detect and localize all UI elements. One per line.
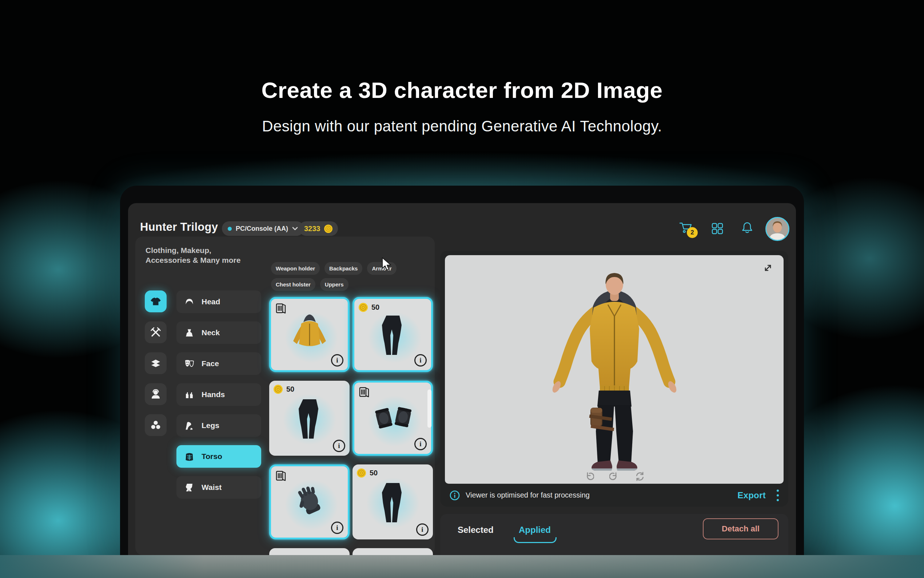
- info-icon[interactable]: i: [333, 440, 345, 452]
- tool-weapons[interactable]: [145, 321, 167, 343]
- viewer-status-bar: Viewer is optimised for fast processing …: [440, 484, 788, 507]
- item-card-pants[interactable]: 50 i: [353, 297, 433, 372]
- info-icon[interactable]: i: [331, 354, 343, 367]
- coin-icon: [273, 384, 283, 394]
- pants-thumbnail: [371, 309, 415, 360]
- info-icon[interactable]: i: [416, 523, 429, 536]
- hero-subtitle: Design with our patent pending Generativ…: [0, 118, 924, 135]
- filter-chips: Weapon holder Backpacks Armour Chest hol…: [271, 262, 435, 291]
- app-window: Hunter Trilogy PC/Console (AA) 3233: [128, 203, 796, 555]
- apps-button[interactable]: [709, 221, 725, 237]
- expand-icon: [762, 262, 774, 274]
- item-card-partial[interactable]: [353, 548, 433, 555]
- bust-icon: [184, 328, 194, 338]
- tab-selected[interactable]: Selected: [458, 525, 494, 535]
- undo-icon[interactable]: [584, 471, 594, 482]
- filter-chip[interactable]: Chest holster: [271, 278, 316, 291]
- avatar[interactable]: [765, 217, 790, 241]
- redo-icon[interactable]: [609, 471, 620, 482]
- status-dot: [228, 227, 232, 231]
- credits-amount: 3233: [304, 224, 320, 233]
- category-label: Neck: [202, 328, 220, 337]
- viewer-panel: Viewer is optimised for fast processing …: [440, 251, 788, 507]
- glove-thumbnail: [286, 478, 333, 526]
- filter-chip[interactable]: Weapon holder: [271, 262, 320, 275]
- viewer-canvas[interactable]: [445, 255, 783, 484]
- hero-title: Create a 3D character from 2D Image: [0, 77, 924, 103]
- leg-icon: [184, 421, 194, 430]
- tab-applied[interactable]: Applied: [519, 525, 551, 535]
- filter-chip[interactable]: Backpacks: [325, 262, 362, 275]
- price-value: 50: [286, 385, 294, 393]
- notifications-button[interactable]: [739, 220, 755, 236]
- more-options-button[interactable]: [777, 490, 779, 501]
- scrollbar[interactable]: [427, 390, 432, 428]
- waist-icon: [184, 483, 194, 492]
- sidebar-heading: Clothing, Makeup, Accessories & Many mor…: [146, 245, 241, 265]
- item-card-partial[interactable]: [269, 548, 350, 555]
- mask-icon: [184, 359, 194, 369]
- price-value: 50: [370, 469, 378, 477]
- filter-chip[interactable]: Uppers: [320, 278, 348, 291]
- category-label: Hands: [202, 390, 225, 399]
- cart-count-badge: 2: [687, 227, 698, 238]
- wardrobe-icon: [358, 386, 370, 398]
- item-card-glove[interactable]: i: [269, 464, 350, 539]
- sidebar-panel: Clothing, Makeup, Accessories & Many mor…: [135, 237, 435, 555]
- grid-icon: [711, 222, 723, 235]
- hero: Create a 3D character from 2D Image Desi…: [0, 0, 924, 135]
- category-hands[interactable]: Hands: [176, 383, 261, 406]
- category-label: Face: [202, 359, 219, 368]
- category-waist[interactable]: Waist: [176, 476, 261, 498]
- wardrobe-icon: [275, 302, 286, 314]
- category-head[interactable]: Head: [176, 291, 261, 313]
- price-badge: 50: [358, 302, 379, 312]
- tool-clothing[interactable]: [145, 291, 167, 312]
- stage: Create a 3D character from 2D Image Desi…: [0, 0, 924, 578]
- viewer-notice: Viewer is optimised for fast processing: [466, 491, 590, 499]
- coin-icon: [358, 302, 368, 312]
- group-circles-icon: [149, 419, 162, 431]
- item-card-pants[interactable]: 50 i: [269, 381, 350, 456]
- detach-all-button[interactable]: Detach all: [703, 518, 778, 539]
- category-label: Legs: [202, 421, 219, 430]
- crossed-swords-icon: [149, 326, 162, 338]
- category-legs[interactable]: Legs: [176, 414, 261, 437]
- info-icon: [450, 490, 460, 500]
- platform-label: PC/Console (AA): [236, 225, 288, 232]
- tool-groups[interactable]: [145, 414, 167, 436]
- item-card-jacket[interactable]: i: [269, 297, 350, 372]
- price-badge: 50: [273, 384, 294, 394]
- character-icon: [149, 388, 162, 400]
- mouse-cursor: [381, 257, 393, 272]
- coin-icon: [324, 224, 333, 233]
- cart-button[interactable]: 2: [678, 220, 694, 236]
- pants-thumbnail: [371, 476, 415, 528]
- item-card-pants[interactable]: 50 i: [353, 464, 433, 539]
- category-face[interactable]: Face: [176, 352, 261, 375]
- character-3d-model: [536, 270, 693, 472]
- tool-character[interactable]: [145, 383, 167, 405]
- info-icon[interactable]: i: [414, 438, 427, 450]
- project-title: Hunter Trilogy: [140, 221, 218, 234]
- jacket-thumbnail: [282, 309, 337, 360]
- platform-selector[interactable]: PC/Console (AA): [222, 221, 304, 236]
- sidebar-heading-line1: Clothing, Makeup,: [146, 245, 241, 255]
- coin-icon: [356, 468, 366, 478]
- hands-icon: [184, 390, 194, 399]
- fullscreen-button[interactable]: [762, 262, 774, 276]
- active-tab-underline: [514, 537, 557, 543]
- sidebar-heading-line2: Accessories & Many more: [146, 255, 241, 265]
- info-icon[interactable]: i: [331, 521, 343, 534]
- info-icon[interactable]: i: [414, 354, 427, 367]
- armor-layers-icon: [149, 357, 162, 369]
- credits-balance[interactable]: 3233: [299, 221, 338, 236]
- item-grid: i 50: [269, 297, 435, 555]
- item-card-kneepads[interactable]: i: [353, 381, 433, 456]
- tool-armor[interactable]: [145, 352, 167, 374]
- reset-icon[interactable]: [635, 471, 645, 482]
- category-label: Waist: [202, 483, 222, 492]
- category-neck[interactable]: Neck: [176, 321, 261, 344]
- export-button[interactable]: Export: [737, 490, 766, 500]
- category-torso[interactable]: Torso: [176, 445, 261, 468]
